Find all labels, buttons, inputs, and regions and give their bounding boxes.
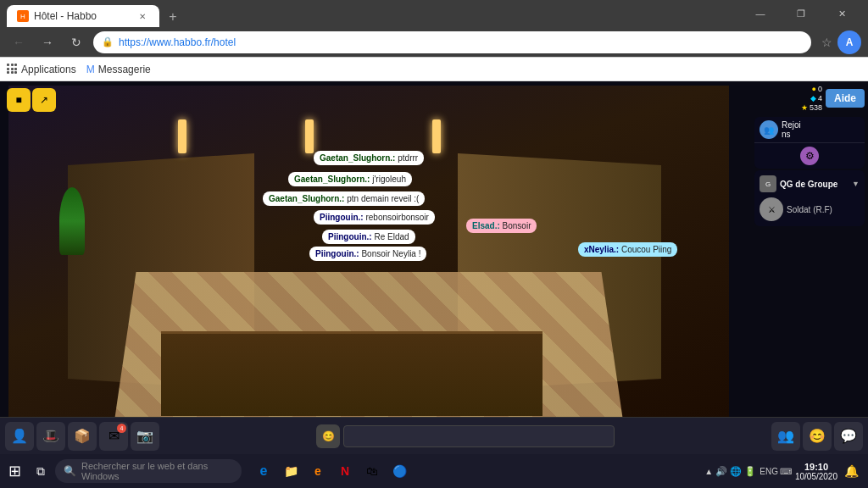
stars-row: ★ 538	[801, 103, 822, 112]
catalog-button[interactable]: 📦	[68, 422, 97, 451]
chat-bubble-8: xNeylia.: Coucou Piing	[578, 242, 677, 257]
taskbar-pinned-apps: e 📁 e N 🛍 🔵	[250, 458, 413, 485]
game-area: ■ ↗ Gaetan_Slughorn.: ptdrrr Gaetan_Slug…	[0, 81, 868, 454]
camera-button[interactable]: 📷	[131, 422, 159, 451]
title-bar: H Hôtel - Habbo ✕ + — ❐ ✕	[0, 0, 868, 27]
chat-face-button[interactable]: 😊	[316, 424, 340, 448]
taskbar-search-bar[interactable]: 🔍 Rechercher sur le web et dans Windows	[55, 459, 242, 483]
notification-button[interactable]: 🔔	[841, 461, 861, 481]
task-view-button[interactable]: ⧉	[28, 458, 53, 484]
chrome-icon: 🔵	[392, 464, 407, 478]
diamond-value: 4	[818, 94, 822, 103]
taskbar-ie-icon[interactable]: e	[304, 458, 331, 485]
diamond-icon: ◆	[810, 94, 816, 103]
taskbar-explorer-icon[interactable]: 📁	[277, 458, 304, 485]
taskbar-store-icon[interactable]: 🛍	[359, 458, 386, 485]
chat-toggle-button[interactable]: 💬	[834, 422, 863, 451]
chat-bubble-7: Elsad.: Bonsoir	[466, 219, 537, 233]
profile-game-button[interactable]: 😊	[803, 422, 832, 451]
battery-icon[interactable]: 🔋	[744, 466, 756, 477]
tray-up-icon[interactable]: ▲	[704, 467, 713, 476]
refresh-button[interactable]: ↻	[64, 30, 88, 54]
chat-bubble-4: Piingouin.: rebonsoirbonsoir	[314, 210, 435, 225]
clock-time: 19:10	[804, 462, 828, 472]
plant-left	[59, 187, 85, 255]
bookmark-star-icon[interactable]: ☆	[821, 36, 832, 49]
volume-icon[interactable]: 🔊	[715, 466, 727, 477]
clock-area[interactable]: 19:10 10/05/2020	[795, 462, 837, 481]
address-row: ← → ↻ 🔒 https://www.habbo.fr/hotel ☆ A	[0, 27, 868, 58]
messagerie-icon: M	[86, 64, 95, 75]
diamonds-row: ◆ 4	[810, 94, 822, 103]
new-tab-button[interactable]: +	[163, 7, 183, 27]
ie-icon: e	[314, 464, 321, 478]
chat-bubble-6: Piingouin.: Bonsoir Neylia !	[309, 247, 426, 261]
forward-button[interactable]: →	[36, 30, 59, 54]
taskbar-chrome-icon[interactable]: 🔵	[386, 458, 413, 485]
chat-username-7: Elsad.:	[472, 221, 503, 230]
chat-input-area: 😊	[163, 424, 768, 448]
close-button[interactable]: ✕	[822, 0, 861, 27]
profile-button[interactable]: A	[837, 30, 861, 54]
group-logo: G	[760, 175, 776, 192]
messagerie-bookmark-item[interactable]: M Messagerie	[86, 64, 151, 75]
windows-start-button[interactable]: ⊞	[3, 462, 26, 480]
rejoin-icon: 👥	[760, 120, 778, 139]
light-3	[432, 119, 441, 153]
game-bottom-bar: 👤 🎩 📦 ✉ 4 📷 😊 👥 😊 💬	[0, 417, 868, 454]
active-tab[interactable]: H Hôtel - Habbo ✕	[7, 5, 159, 27]
game-nav-right: 👥 😊 💬	[771, 422, 863, 451]
windows-taskbar: ⊞ ⧉ 🔍 Rechercher sur le web et dans Wind…	[0, 454, 868, 488]
avatar-button[interactable]: 👤	[5, 422, 34, 451]
currency-area: ● 0 ◆ 4 ★ 538	[801, 85, 822, 112]
browser-window: H Hôtel - Habbo ✕ + — ❐ ✕ ← → ↻ 🔒 https:…	[0, 0, 868, 488]
group-dropdown-icon[interactable]: ▼	[852, 180, 860, 188]
back-button[interactable]: ←	[7, 30, 31, 54]
chat-text-input[interactable]	[343, 425, 615, 447]
clock-date: 10/05/2020	[795, 472, 837, 481]
group-rank-row: ⚔ Soldat (R.F)	[760, 197, 860, 221]
settings-button[interactable]: ⚙	[754, 143, 865, 169]
coin-icon: ●	[812, 85, 816, 93]
room-scene[interactable]	[8, 86, 729, 454]
star-icon: ★	[801, 103, 808, 112]
hat-button[interactable]: 🎩	[36, 422, 65, 451]
aide-button[interactable]: Aide	[826, 89, 865, 108]
rejoin-button[interactable]: 👥 Rejoins	[754, 117, 865, 143]
action-buttons-panel: 👥 Rejoins ⚙	[754, 117, 865, 169]
rejoin-label: Rejoins	[782, 120, 801, 139]
friends-button[interactable]: 👥	[771, 422, 800, 451]
chat-bubble-2: Gaetan_Slughorn.: j'rigoleuh	[288, 172, 412, 186]
bookcase	[161, 331, 542, 416]
light-1	[178, 119, 186, 153]
group-header: G QG de Groupe ▼	[760, 175, 860, 192]
tab-title: Hôtel - Habbo	[34, 10, 131, 22]
eng-label[interactable]: ENG	[760, 467, 778, 476]
chat-username-2: Gaetan_Slughorn.:	[294, 175, 372, 184]
messages-button[interactable]: ✉ 4	[99, 422, 128, 451]
keyboard-icon[interactable]: ⌨	[780, 467, 792, 476]
tab-close-button[interactable]: ✕	[136, 9, 149, 23]
bookmarks-apps-item[interactable]: Applications	[7, 64, 76, 75]
network-icon[interactable]: 🌐	[730, 466, 742, 477]
system-tray: ▲ 🔊 🌐 🔋 ENG ⌨ 19:10 10/05/2020 🔔	[701, 461, 865, 481]
right-ui-panel: ● 0 ◆ 4 ★ 538 Aide 👥	[751, 81, 868, 454]
room-controls: ■ ↗	[7, 88, 56, 112]
notification-area: ENG ⌨	[760, 467, 792, 476]
top-right-area: ● 0 ◆ 4 ★ 538 Aide	[751, 81, 868, 115]
chat-username-1: Gaetan_Slughorn.:	[320, 153, 398, 163]
taskbar-edge-icon[interactable]: e	[250, 458, 277, 485]
group-name: QG de Groupe	[780, 180, 849, 189]
settings-icon: ⚙	[800, 147, 819, 165]
tab-area: H Hôtel - Habbo ✕ +	[7, 0, 734, 27]
minimize-button[interactable]: —	[741, 0, 780, 27]
room-control-button-1[interactable]: ■	[7, 88, 31, 112]
coins-row: ● 0	[812, 85, 822, 93]
room-control-button-2[interactable]: ↗	[32, 88, 56, 112]
address-bar[interactable]: 🔒 https://www.habbo.fr/hotel	[93, 31, 811, 53]
maximize-button[interactable]: ❐	[782, 0, 821, 27]
taskbar-netflix-icon[interactable]: N	[331, 458, 359, 485]
rank-icon: ⚔	[760, 197, 783, 221]
game-nav-left: 👤 🎩 📦 ✉ 4 📷	[5, 422, 159, 451]
apps-grid-icon	[7, 64, 18, 75]
